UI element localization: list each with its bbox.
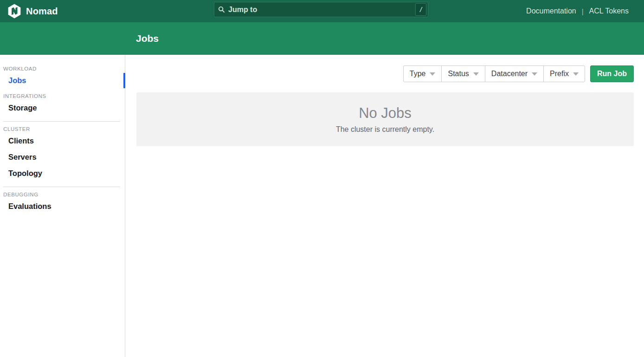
run-job-button[interactable]: Run Job [590, 65, 634, 82]
chevron-down-icon [573, 72, 579, 76]
empty-state-title: No Jobs [359, 105, 412, 122]
main-content: Type Status Datacenter Prefix Run Job [125, 55, 644, 357]
search-icon [218, 6, 225, 13]
page-header: Jobs [0, 22, 644, 55]
nav-links-separator: | [582, 7, 584, 15]
sidebar-section-integrations: INTEGRATIONS [3, 93, 125, 99]
brand-name: Nomad [26, 6, 58, 17]
sidebar-item-evaluations[interactable]: Evaluations [0, 198, 125, 214]
sidebar-item-storage[interactable]: Storage [0, 100, 125, 116]
status-filter-dropdown[interactable]: Status [441, 65, 485, 82]
filter-group: Type Status Datacenter Prefix [403, 65, 585, 82]
sidebar-item-servers[interactable]: Servers [0, 149, 125, 165]
datacenter-filter-label: Datacenter [491, 70, 528, 78]
status-filter-label: Status [448, 70, 469, 78]
chevron-down-icon [532, 72, 537, 76]
chevron-down-icon [430, 72, 435, 76]
nomad-brand[interactable]: Nomad [7, 4, 58, 19]
top-navbar: Nomad Jump to / Documentation | ACL Toke… [0, 0, 644, 22]
search-placeholder: Jump to [228, 6, 257, 14]
empty-state-panel: No Jobs The cluster is currently empty. [136, 92, 634, 146]
sidebar-section-workload: WORKLOAD [3, 66, 125, 71]
sidebar-divider [3, 187, 120, 187]
sidebar-section-debugging: DEBUGGING [3, 192, 125, 197]
prefix-filter-dropdown[interactable]: Prefix [543, 65, 585, 82]
sidebar-item-jobs[interactable]: Jobs [0, 72, 125, 89]
sidebar-item-clients[interactable]: Clients [0, 133, 125, 149]
nomad-logo-icon [7, 4, 21, 19]
type-filter-label: Type [410, 70, 426, 78]
documentation-link[interactable]: Documentation [526, 7, 576, 15]
page-title: Jobs [136, 33, 159, 44]
jump-to-search-input[interactable]: Jump to / [214, 2, 428, 17]
navbar-links: Documentation | ACL Tokens [526, 7, 629, 15]
sidebar: WORKLOAD Jobs INTEGRATIONS Storage CLUST… [0, 55, 125, 357]
sidebar-item-topology[interactable]: Topology [0, 165, 125, 182]
acl-tokens-link[interactable]: ACL Tokens [589, 7, 629, 15]
prefix-filter-label: Prefix [550, 70, 569, 78]
sidebar-section-cluster: CLUSTER [3, 126, 125, 132]
datacenter-filter-dropdown[interactable]: Datacenter [485, 65, 544, 82]
jobs-toolbar: Type Status Datacenter Prefix Run Job [136, 65, 634, 82]
search-shortcut-badge: / [415, 3, 426, 16]
chevron-down-icon [473, 72, 479, 76]
type-filter-dropdown[interactable]: Type [403, 65, 442, 82]
empty-state-message: The cluster is currently empty. [336, 125, 434, 134]
sidebar-divider [3, 121, 120, 122]
